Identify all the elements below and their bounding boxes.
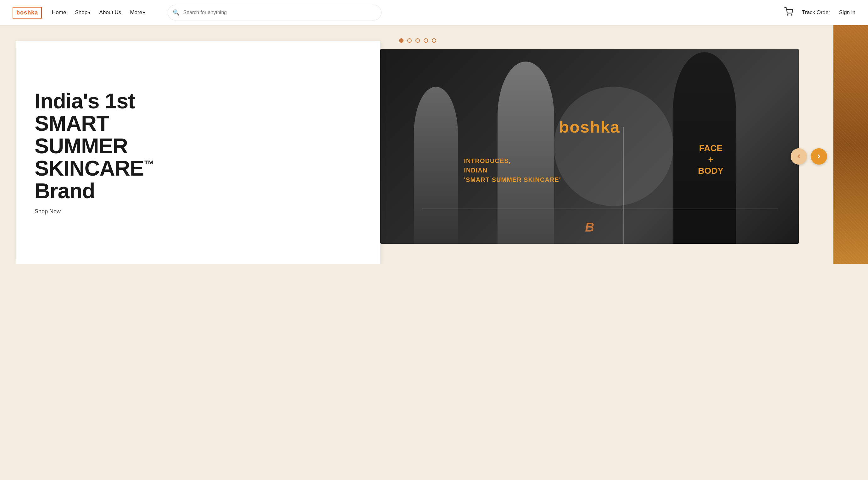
carousel-dots — [380, 31, 436, 49]
banner-introduces-text: INTRODUCES, INDIAN 'SMART SUMMER SKINCAR… — [464, 156, 561, 184]
hero-text-panel: India's 1st SMART SUMMER SKINCARE™ Brand… — [16, 41, 380, 264]
svg-point-1 — [791, 14, 792, 15]
nav-more[interactable]: More — [130, 9, 145, 15]
banner-divider-horizontal — [422, 209, 778, 209]
nav-about[interactable]: About Us — [99, 9, 121, 15]
hero-title-line1: India's 1st — [35, 89, 135, 113]
brand-logo[interactable]: boshka — [12, 7, 42, 19]
nav-home[interactable]: Home — [52, 9, 66, 15]
navbar: boshka Home Shop About Us More 🔍 Track O… — [0, 0, 868, 25]
svg-point-0 — [787, 14, 788, 15]
banner-bg: boshka INTRODUCES, INDIAN 'SMART SUMMER … — [380, 49, 799, 244]
nav-right: Track Order Sign in — [784, 7, 856, 18]
figure-group — [380, 49, 799, 244]
carousel-prev-button[interactable] — [790, 148, 807, 165]
banner-container: boshka INTRODUCES, INDIAN 'SMART SUMMER … — [380, 49, 799, 244]
hero-area: India's 1st SMART SUMMER SKINCARE™ Brand… — [0, 25, 868, 264]
carousel-dot-5[interactable] — [432, 38, 436, 43]
right-partial-image — [833, 25, 868, 264]
cart-icon[interactable] — [784, 7, 793, 18]
search-input[interactable] — [167, 5, 381, 21]
hero-title-line3: SUMMER — [35, 134, 128, 158]
carousel-area: boshka INTRODUCES, INDIAN 'SMART SUMMER … — [380, 25, 833, 264]
carousel-dot-4[interactable] — [424, 38, 428, 43]
nav-shop[interactable]: Shop — [75, 9, 90, 15]
hero-title-line5: Brand — [35, 179, 95, 203]
search-icon: 🔍 — [173, 9, 180, 16]
figure-1 — [414, 87, 458, 244]
carousel-nav — [790, 148, 827, 165]
carousel-next-button[interactable] — [811, 148, 827, 165]
tm-symbol: ™ — [144, 159, 154, 171]
nav-links: Home Shop About Us More — [52, 9, 145, 16]
hero-title: India's 1st SMART SUMMER SKINCARE™ Brand — [35, 90, 365, 202]
track-order-link[interactable]: Track Order — [802, 9, 830, 16]
hero-title-line4: SKINCARE — [35, 156, 144, 180]
sign-in-link[interactable]: Sign in — [839, 9, 856, 16]
carousel-dot-1[interactable] — [399, 38, 403, 43]
figure-2 — [498, 62, 554, 244]
shop-now-button[interactable]: Shop Now — [35, 208, 365, 215]
banner-divider-vertical — [623, 127, 624, 244]
banner-b-logo: B — [585, 220, 594, 234]
right-partial-texture — [833, 25, 868, 264]
banner-brand-text: boshka — [559, 117, 620, 136]
banner-face-body-text: FACE+BODY — [698, 143, 724, 177]
search-bar: 🔍 — [167, 5, 381, 21]
hero-title-line2: SMART — [35, 111, 109, 135]
carousel-dot-2[interactable] — [407, 38, 412, 43]
carousel-dot-3[interactable] — [415, 38, 420, 43]
